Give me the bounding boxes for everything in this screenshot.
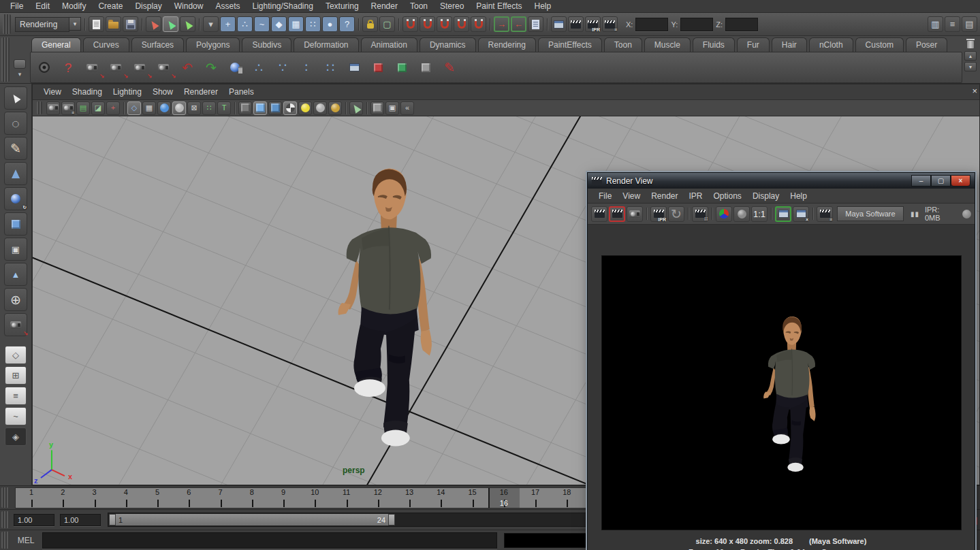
outliner-layout-button[interactable]: ≡ (5, 387, 27, 405)
show-manipulator-icon[interactable]: ⊕ (4, 288, 27, 311)
snapshot-icon[interactable] (627, 206, 643, 222)
open-render-settings-icon[interactable]: ≡ (817, 206, 833, 222)
menu-window[interactable]: Window (168, 0, 210, 12)
rv-menu-view[interactable]: View (617, 190, 646, 202)
viewport-menu-renderer[interactable]: Renderer (178, 86, 223, 98)
menu-display[interactable]: Display (129, 0, 168, 12)
menu-stereo[interactable]: Stereo (434, 0, 470, 12)
rgb-channels-icon[interactable] (716, 206, 732, 222)
timeline-frame-4[interactable]: 4 (110, 488, 142, 508)
viewport-close-icon[interactable]: × (972, 86, 977, 96)
menu-modify[interactable]: Modify (56, 0, 92, 12)
textured-lights-icon[interactable] (328, 101, 342, 115)
snap-projected-center-icon[interactable] (454, 16, 469, 32)
undo-icon[interactable]: ↶ (176, 56, 198, 78)
shelf-tab-menu-icon[interactable]: ▾ (18, 71, 22, 78)
bookmarks-icon[interactable]: ▤ (76, 101, 90, 115)
mask-misc-icon[interactable]: ? (339, 16, 355, 32)
film-gate-icon[interactable]: ▦ (142, 101, 156, 115)
ipr-render-icon[interactable]: IPR (585, 16, 601, 32)
paint-effects-brush-icon[interactable]: ✎ (439, 56, 460, 78)
shelf-tab-fluids[interactable]: Fluids (693, 37, 735, 52)
animation-start-field[interactable] (14, 514, 54, 526)
select-camera-icon[interactable] (46, 101, 60, 115)
lock-selection-icon[interactable] (362, 16, 378, 32)
timeline-frame-2[interactable]: 2 (47, 488, 78, 508)
safe-title-icon[interactable]: T (217, 101, 231, 115)
x-coordinate-input[interactable] (635, 18, 668, 31)
mask-joints-icon[interactable]: ∴ (237, 16, 253, 32)
lasso-select-tool-icon[interactable]: ◌ (4, 112, 27, 135)
render-region-icon[interactable]: ∷ (692, 206, 708, 222)
timeline-frame-3[interactable]: 3 (79, 488, 110, 508)
toolbar-drag-handle[interactable] (3, 14, 11, 34)
render-current-frame-icon[interactable] (591, 206, 607, 222)
render-current-frame-icon[interactable] (568, 16, 584, 32)
snap-align-icon[interactable] (367, 56, 389, 78)
range-start-handle[interactable] (109, 514, 116, 525)
camera-tumble-icon[interactable]: ↘ (81, 56, 103, 78)
soft-modification-icon[interactable]: ▲ (4, 263, 27, 286)
wireframe-icon[interactable] (238, 101, 252, 115)
timeline-frame-14[interactable]: 14 (425, 488, 456, 508)
move-tool-icon[interactable] (4, 162, 27, 185)
timeline-frame-1[interactable]: 1 (16, 488, 47, 508)
snap-curve-icon[interactable] (420, 16, 435, 32)
single-pane-icon[interactable] (370, 101, 384, 115)
scale-tool-icon[interactable] (4, 212, 27, 236)
rv-menu-options[interactable]: Options (708, 190, 747, 202)
universal-manipulator-icon[interactable]: ▣ (4, 238, 27, 261)
camera-roll-icon[interactable]: ↘ (105, 56, 127, 78)
timeline-frame-6[interactable]: 6 (173, 488, 204, 508)
ik-handle-icon[interactable]: ∵ (272, 56, 294, 78)
shelf-tab-curves[interactable]: Curves (83, 37, 129, 52)
duplicate-special-icon[interactable] (391, 56, 413, 78)
viewport-menu-shading[interactable]: Shading (67, 86, 108, 98)
redo-icon[interactable]: ↷ (200, 56, 222, 78)
select-tool-icon[interactable] (4, 86, 27, 110)
timeline-frame-10[interactable]: 10 (299, 488, 330, 508)
timeline-frame-13[interactable]: 13 (394, 488, 425, 508)
highlight-selection-icon[interactable]: ▢ (379, 16, 395, 32)
menu-create[interactable]: Create (92, 0, 129, 12)
rv-menu-display[interactable]: Display (747, 190, 785, 202)
viewport-menu-panels[interactable]: Panels (223, 86, 259, 98)
ipr-render-icon[interactable]: IPR (650, 206, 667, 222)
shelf-tab-hair[interactable]: Hair (772, 37, 807, 52)
mel-command-input[interactable] (42, 532, 497, 549)
save-scene-icon[interactable] (123, 16, 138, 32)
output-connections-icon[interactable]: ← (511, 16, 526, 32)
rv-menu-render[interactable]: Render (646, 190, 683, 202)
gate-mask-icon[interactable] (172, 101, 186, 115)
camera-track-icon[interactable]: ↘ (129, 56, 151, 78)
range-end-handle[interactable] (388, 514, 395, 525)
select-component-icon[interactable] (180, 16, 195, 32)
timeline-frame-5[interactable]: 5 (142, 488, 173, 508)
render-view-titlebar[interactable]: Render View – ▢ × (588, 173, 975, 189)
menu-set-selector[interactable]: Rendering ▾ (15, 17, 81, 32)
select-hierarchy-icon[interactable] (146, 16, 161, 32)
rotate-tool-icon[interactable]: ↻ (4, 187, 27, 210)
timeline-frame-18[interactable]: 18 (551, 488, 582, 508)
menu-set-dropdown-arrow[interactable]: ▾ (69, 17, 81, 31)
hypergraph-icon[interactable] (343, 56, 365, 78)
actual-size-button[interactable]: 1:1 (751, 206, 768, 222)
group-icon[interactable] (415, 56, 437, 78)
shelf-tab-painteffects[interactable]: PaintEffects (538, 37, 602, 52)
redo-previous-render-icon[interactable] (609, 206, 625, 222)
viewport-bar-drag-handle[interactable] (37, 101, 42, 114)
shaded-icon[interactable] (253, 101, 267, 115)
timeline-frame-15[interactable]: 15 (457, 488, 488, 508)
no-lights-icon[interactable] (313, 101, 327, 115)
snap-grid-icon[interactable] (402, 16, 418, 32)
grid-icon[interactable]: ◇ (127, 101, 141, 115)
shelf-scroll-up-icon[interactable]: ▴ (964, 51, 977, 61)
y-coordinate-input[interactable] (680, 18, 713, 31)
camera-attributes-icon[interactable]: ≡ (61, 101, 75, 115)
shelf-tab-dynamics[interactable]: Dynamics (420, 37, 476, 52)
input-connections-icon[interactable]: → (494, 16, 509, 32)
safe-action-icon[interactable]: ∷ (202, 101, 216, 115)
joint-chain-icon[interactable]: ∶ (296, 56, 317, 78)
menu-edit[interactable]: Edit (29, 0, 56, 12)
refresh-ipr-icon[interactable]: ↻ (668, 206, 684, 222)
